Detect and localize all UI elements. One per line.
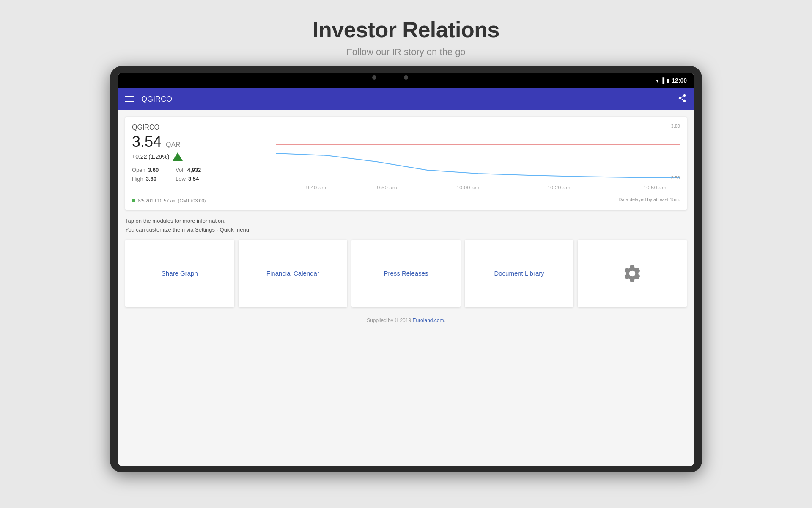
open-value: 3.60 [148, 167, 159, 173]
stock-open-row: Open 3.60 [132, 167, 159, 173]
footer-link[interactable]: Euroland.com [412, 318, 444, 323]
app-bar-title: QGIRCO [141, 95, 671, 104]
svg-text:10:00 am: 10:00 am [456, 185, 480, 190]
low-value: 3.54 [188, 176, 199, 182]
stock-ticker: QGIRCO [132, 124, 267, 131]
data-delay-notice: Data delayed by at least 15m. [618, 197, 680, 202]
stock-change: +0.22 (1.29%) [132, 152, 267, 161]
stock-details-col2: Vol. 4,932 Low 3.54 [176, 167, 201, 182]
module-grid: Share Graph Financial Calendar Press Rel… [125, 240, 687, 307]
instruction-line1: Tap on the modules for more information. [125, 217, 687, 226]
signal-icon: ▐ [661, 77, 664, 84]
stock-price-value: 3.54 [132, 133, 162, 150]
main-content: QGIRCO 3.54 QAR +0.22 (1.29%) [118, 110, 694, 466]
open-label: Open [132, 167, 145, 173]
trend-up-icon [173, 152, 183, 161]
stock-card: QGIRCO 3.54 QAR +0.22 (1.29%) [125, 117, 687, 210]
stock-details-col1: Open 3.60 High 3.60 [132, 167, 159, 182]
battery-icon: ▮ [666, 77, 669, 84]
page-header: Investor Relations Follow our IR story o… [313, 0, 499, 66]
financial-calendar-label: Financial Calendar [262, 270, 324, 277]
share-button[interactable] [678, 94, 687, 105]
instruction-line2: You can customize them via Settings - Qu… [125, 226, 687, 235]
camera-dot-left [372, 75, 376, 80]
tablet-screen: ▾ ▐ ▮ 12:00 QGIRCO Q [118, 73, 694, 466]
document-library-label: Document Library [490, 270, 548, 277]
low-label: Low [176, 176, 186, 182]
svg-text:9:40 am: 9:40 am [306, 185, 326, 190]
module-share-graph[interactable]: Share Graph [125, 240, 234, 307]
page-subtitle: Follow our IR story on the go [313, 47, 499, 58]
high-label: High [132, 176, 143, 182]
high-value: 3.60 [146, 176, 156, 182]
module-press-releases[interactable]: Press Releases [351, 240, 461, 307]
timestamp-text: 8/5/2019 10:57 am (GMT+03:00) [138, 198, 206, 203]
camera-dot-center [404, 75, 408, 80]
stock-price: 3.54 QAR [132, 133, 267, 151]
stock-top: QGIRCO 3.54 QAR +0.22 (1.29%) [132, 124, 680, 193]
wifi-icon: ▾ [656, 77, 659, 84]
stock-timestamp: 8/5/2019 10:57 am (GMT+03:00) [132, 198, 206, 203]
svg-text:10:20 am: 10:20 am [547, 185, 571, 190]
stock-info-left: QGIRCO 3.54 QAR +0.22 (1.29%) [132, 124, 267, 193]
hamburger-menu-button[interactable] [125, 96, 134, 102]
stock-change-value: +0.22 (1.29%) [132, 153, 169, 160]
stock-currency: QAR [166, 141, 181, 148]
stock-chart-svg: 9:40 am 9:50 am 10:00 am 10:20 am 10:50 … [276, 124, 680, 191]
chart-y-min: 3.50 [671, 175, 680, 180]
stock-vol-row: Vol. 4,932 [176, 167, 201, 173]
app-bar: QGIRCO [118, 88, 694, 110]
module-document-library[interactable]: Document Library [465, 240, 574, 307]
footer-text: Supplied by © 2019 [367, 318, 412, 323]
stock-details: Open 3.60 High 3.60 Vol. [132, 167, 267, 182]
stock-high-row: High 3.60 [132, 176, 159, 182]
chart-y-max: 3.80 [671, 124, 680, 129]
svg-text:10:50 am: 10:50 am [643, 185, 667, 190]
live-dot-icon [132, 199, 135, 202]
stock-chart: 3.80 9:40 am 9:50 am 10:00 am 10:20 am 1… [276, 124, 680, 193]
module-financial-calendar[interactable]: Financial Calendar [239, 240, 348, 307]
page-title: Investor Relations [313, 17, 499, 42]
vol-label: Vol. [176, 167, 185, 173]
vol-value: 4,932 [187, 167, 201, 173]
press-releases-label: Press Releases [379, 270, 432, 277]
share-graph-label: Share Graph [157, 270, 202, 277]
instructions: Tap on the modules for more information.… [125, 217, 687, 235]
tablet-device: ▾ ▐ ▮ 12:00 QGIRCO Q [110, 66, 702, 472]
app-footer: Supplied by © 2019 Euroland.com. [118, 314, 694, 327]
settings-gear-icon [622, 263, 642, 284]
status-icons: ▾ ▐ ▮ [656, 77, 669, 84]
stock-low-row: Low 3.54 [176, 176, 201, 182]
module-settings[interactable] [578, 240, 687, 307]
svg-text:9:50 am: 9:50 am [377, 185, 397, 190]
footer-period: . [444, 318, 445, 323]
status-time: 12:00 [672, 77, 687, 84]
